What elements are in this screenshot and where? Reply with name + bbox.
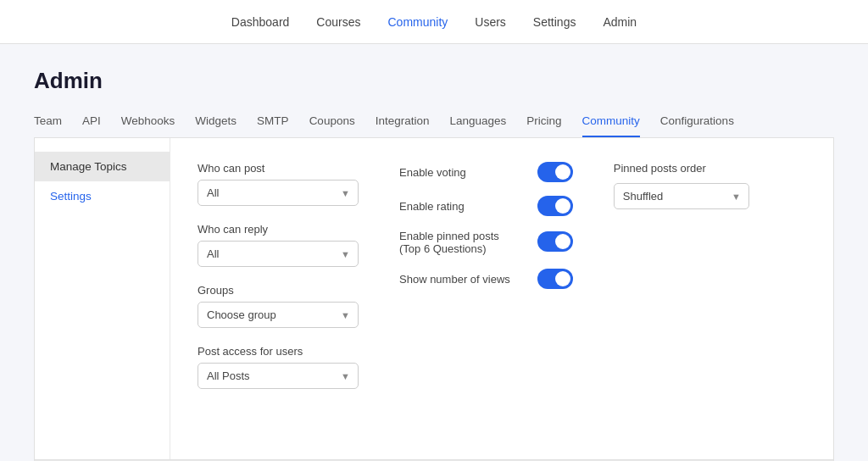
sidebar-item-manage-topics[interactable]: Manage Topics: [35, 152, 170, 181]
toggle-label-views: Show number of views: [399, 273, 510, 286]
sidebar-item-settings[interactable]: Settings: [35, 181, 170, 211]
tab-coupons[interactable]: Coupons: [309, 114, 355, 137]
sidebar: Manage Topics Settings: [35, 138, 170, 459]
toggle-slider-views: [537, 269, 573, 289]
tab-integration[interactable]: Integration: [376, 114, 430, 137]
pinned-order-group: Pinned posts order Shuffled Recent Oldes…: [614, 162, 749, 209]
toggle-row-views: Show number of views: [399, 269, 573, 289]
nav-admin[interactable]: Admin: [603, 15, 637, 29]
tab-community[interactable]: Community: [582, 114, 640, 137]
toggle-rating[interactable]: [537, 196, 573, 216]
tab-pricing[interactable]: Pricing: [526, 114, 561, 137]
groups-wrapper: Choose group ▼: [198, 302, 359, 328]
tab-smtp[interactable]: SMTP: [257, 114, 289, 137]
toggle-section: Enable voting Enable rating: [399, 162, 573, 289]
post-access-select[interactable]: All Posts Own Posts: [198, 363, 359, 389]
tab-configurations[interactable]: Configurations: [660, 114, 734, 137]
tab-api[interactable]: API: [82, 114, 101, 137]
top-nav: Dashboard Courses Community Users Settin…: [0, 0, 868, 44]
sub-tabs: Team API Webhooks Widgets SMTP Coupons I…: [34, 114, 834, 138]
tab-widgets[interactable]: Widgets: [195, 114, 236, 137]
toggle-slider-rating: [537, 196, 573, 216]
content-area: Manage Topics Settings Who can post All …: [34, 138, 834, 460]
groups-label: Groups: [198, 284, 359, 297]
page-title: Admin: [34, 68, 834, 94]
pinned-order-label: Pinned posts order: [614, 162, 749, 175]
pinned-order-wrapper: Shuffled Recent Oldest ▼: [614, 183, 749, 209]
pinned-order-select[interactable]: Shuffled Recent Oldest: [614, 183, 749, 209]
toggle-pinned[interactable]: [537, 231, 573, 252]
nav-courses[interactable]: Courses: [316, 15, 360, 29]
tab-languages[interactable]: Languages: [449, 114, 506, 137]
nav-community[interactable]: Community: [388, 15, 448, 29]
groups-select[interactable]: Choose group: [198, 302, 359, 328]
who-can-reply-group: Who can reply All Admins Members ▼: [198, 223, 359, 267]
post-access-group: Post access for users All Posts Own Post…: [198, 345, 359, 389]
left-column: Who can post All Admins Members ▼ Wh: [198, 162, 359, 389]
toggle-row-pinned: Enable pinned posts(Top 6 Questions): [399, 230, 573, 255]
right-column: Pinned posts order Shuffled Recent Oldes…: [614, 162, 749, 389]
who-can-post-label: Who can post: [198, 162, 359, 175]
tab-webhooks[interactable]: Webhooks: [121, 114, 175, 137]
toggle-views[interactable]: [537, 269, 573, 289]
toggle-label-pinned: Enable pinned posts(Top 6 Questions): [399, 230, 510, 255]
toggle-row-voting: Enable voting: [399, 162, 573, 182]
toggle-voting[interactable]: [537, 162, 573, 182]
toggle-row-rating: Enable rating: [399, 196, 573, 216]
who-can-post-group: Who can post All Admins Members ▼: [198, 162, 359, 206]
toggle-label-rating: Enable rating: [399, 200, 510, 213]
post-access-wrapper: All Posts Own Posts ▼: [198, 363, 359, 389]
groups-group: Groups Choose group ▼: [198, 284, 359, 328]
settings-panel: Who can post All Admins Members ▼ Wh: [170, 138, 833, 459]
who-can-post-wrapper: All Admins Members ▼: [198, 180, 359, 206]
toggle-slider-pinned: [537, 231, 573, 252]
middle-column: Enable voting Enable rating: [399, 162, 573, 389]
post-access-label: Post access for users: [198, 345, 359, 358]
nav-users[interactable]: Users: [475, 15, 506, 29]
tab-team[interactable]: Team: [34, 114, 62, 137]
toggle-label-voting: Enable voting: [399, 166, 510, 179]
who-can-reply-label: Who can reply: [198, 223, 359, 236]
nav-dashboard[interactable]: Dashboard: [231, 15, 290, 29]
who-can-reply-wrapper: All Admins Members ▼: [198, 241, 359, 267]
nav-settings[interactable]: Settings: [533, 15, 576, 29]
toggle-slider-voting: [537, 162, 573, 182]
who-can-reply-select[interactable]: All Admins Members: [198, 241, 359, 267]
who-can-post-select[interactable]: All Admins Members: [198, 180, 359, 206]
